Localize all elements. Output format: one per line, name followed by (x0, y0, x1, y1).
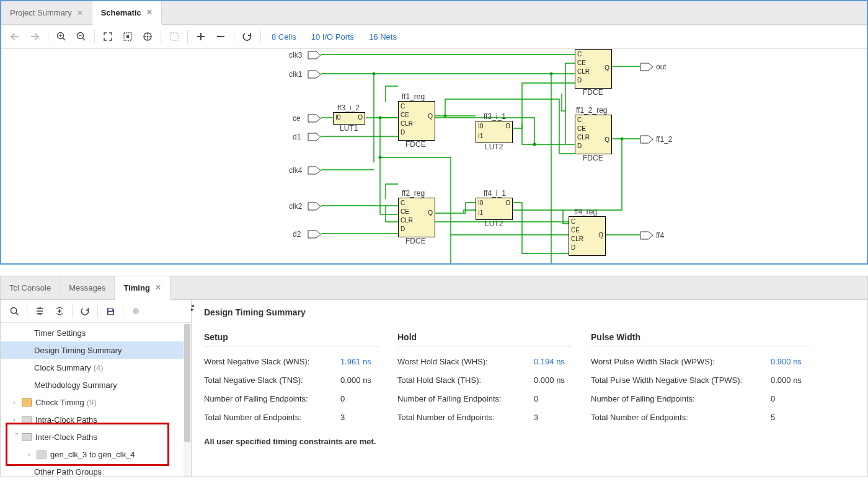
cell-title: ff3_i_1 (484, 112, 506, 121)
tne-value: 3 (340, 408, 379, 427)
zoom-fit-button[interactable] (98, 28, 118, 45)
pin-label: D (577, 77, 582, 84)
pin-label: C (571, 218, 575, 225)
io-ports-link[interactable]: 10 I/O Ports (304, 32, 361, 42)
cells-link[interactable]: 8 Cells (264, 32, 304, 42)
summary-title: Design Timing Summary (204, 307, 855, 317)
collapse-all-button[interactable] (30, 303, 50, 319)
wns-value[interactable]: 1.961 ns (340, 353, 379, 371)
tab-project-summary[interactable]: Project Summary ✕ (1, 1, 92, 24)
svg-point-8 (379, 116, 382, 120)
svg-marker-21 (640, 63, 653, 71)
svg-point-11 (550, 72, 553, 76)
record-button[interactable] (126, 303, 146, 319)
regenerate-button[interactable] (237, 28, 257, 45)
cell-lut2-a[interactable]: I0 I1 O (476, 121, 513, 143)
nfe-label: Number of Failing Endpoints: (591, 390, 771, 408)
timing-sidebar: Timer Settings Design Timing Summary Clo… (1, 300, 192, 477)
chevron-right-icon[interactable]: › (13, 416, 22, 423)
remove-button[interactable] (211, 28, 231, 45)
cell-top-fdce[interactable]: C CE CLR D Q (575, 49, 612, 89)
cell-ff1-2-reg[interactable]: C CE CLR D Q (575, 115, 612, 154)
tree-item-other-path-groups[interactable]: Other Path Groups (1, 463, 191, 477)
svg-marker-19 (308, 203, 321, 210)
hold-column: Hold Worst Hold Slack (WHS):0.194 ns Tot… (397, 332, 572, 427)
tab-label: Schematic (101, 8, 141, 17)
add-button[interactable] (191, 28, 211, 45)
cell-lut2-b[interactable]: I0 I1 O (476, 198, 513, 220)
svg-marker-23 (640, 232, 653, 239)
svg-marker-15 (308, 71, 321, 78)
whs-value[interactable]: 0.194 ns (534, 353, 572, 371)
nav-forward-button[interactable] (25, 28, 45, 45)
cell-title: ff4_reg (574, 208, 597, 216)
nav-back-button[interactable] (5, 28, 25, 45)
port-label: ff1_2 (656, 135, 672, 144)
pin-label: Q (598, 232, 603, 239)
output-port-icon (640, 63, 653, 71)
close-icon[interactable]: ✕ (155, 283, 161, 292)
scrollbar-thumb[interactable] (184, 324, 190, 442)
auto-fit-button[interactable] (138, 28, 157, 45)
tab-messages[interactable]: Messages (60, 276, 115, 299)
svg-rect-25 (108, 308, 112, 310)
zoom-in-button[interactable] (51, 28, 71, 45)
bottom-panel: Tcl Console Messages Timing ✕ (0, 276, 868, 477)
tree-item-design-timing-summary[interactable]: Design Timing Summary (1, 341, 191, 359)
tree-item-clock-summary[interactable]: Clock Summary (4) (1, 359, 191, 376)
whs-label: Worst Hold Slack (WHS): (397, 353, 534, 371)
tab-label: Timing (123, 283, 149, 292)
top-tabstrip: Project Summary ✕ Schematic ✕ (1, 1, 867, 25)
tree-item-inter-clock-paths[interactable]: › Inter-Clock Paths (1, 428, 191, 446)
chevron-right-icon[interactable]: › (28, 450, 37, 458)
tree-label: Inter-Clock Paths (35, 433, 97, 442)
cell-ff4-reg[interactable]: C CE CLR D Q (569, 216, 606, 256)
cell-title: ff2_reg (402, 189, 425, 198)
save-button[interactable] (100, 303, 120, 319)
reload-button[interactable] (75, 303, 95, 319)
timing-summary-content: ◂▸ Design Timing Summary Setup Worst Neg… (192, 300, 867, 477)
pin-label: Q (428, 113, 433, 120)
splitter-handle[interactable]: ◂▸ (191, 304, 194, 311)
scrollbar[interactable] (184, 323, 191, 477)
separator (161, 30, 161, 43)
expand-all-button[interactable] (50, 303, 69, 319)
wpws-label: Worst Pulse Width Slack (WPWS): (591, 353, 771, 371)
close-icon[interactable]: ✕ (146, 8, 153, 17)
tab-schematic[interactable]: Schematic ✕ (92, 1, 162, 25)
constraints-met-note: All user specified timing constraints ar… (204, 437, 855, 446)
port-label: clk1 (289, 70, 302, 79)
pin-label: C (577, 51, 582, 58)
pin-label: I0 (478, 123, 483, 130)
cell-type: FDCE (405, 140, 426, 149)
pin-label: I1 (478, 209, 483, 216)
cell-ff1-reg[interactable]: C CE CLR D Q (398, 101, 435, 141)
schematic-toolbar: 8 Cells 10 I/O Ports 16 Nets (1, 25, 867, 49)
input-port-icon (308, 133, 321, 141)
schematic-canvas[interactable]: clk3 clk1 ce d1 clk4 clk2 d2 out ff1_2 f… (1, 49, 867, 263)
svg-rect-6 (170, 33, 178, 40)
tree-item-genclk3-to-genclk4[interactable]: › gen_clk_3 to gen_clk_4 (1, 446, 191, 463)
tree-item-methodology-summary[interactable]: Methodology Summary (1, 376, 191, 393)
timing-tree[interactable]: Timer Settings Design Timing Summary Clo… (1, 323, 191, 477)
cell-type: LUT1 (340, 124, 358, 133)
cell-type: LUT2 (485, 219, 503, 228)
tree-item-intra-clock-paths[interactable]: › Intra-Clock Paths (1, 411, 191, 428)
cell-lut1[interactable]: I0 O (333, 112, 365, 125)
close-icon[interactable]: ✕ (77, 9, 83, 17)
chevron-down-icon[interactable]: › (14, 433, 21, 441)
nets-link[interactable]: 16 Nets (361, 32, 404, 42)
zoom-to-selection-button[interactable] (118, 28, 138, 45)
search-button[interactable] (4, 303, 24, 319)
zoom-out-button[interactable] (71, 28, 91, 45)
port-label: clk2 (289, 202, 302, 211)
select-area-button[interactable] (164, 28, 184, 45)
tree-item-check-timing[interactable]: › Check Timing (9) (1, 393, 191, 411)
tree-item-timer-settings[interactable]: Timer Settings (1, 324, 191, 341)
tab-timing[interactable]: Timing ✕ (115, 276, 170, 300)
tab-tcl-console[interactable]: Tcl Console (1, 276, 60, 299)
cell-ff2-reg[interactable]: C CE CLR D Q (398, 198, 435, 237)
chevron-right-icon[interactable]: › (13, 398, 22, 406)
tree-count: (9) (87, 398, 97, 407)
wpws-value[interactable]: 0.900 ns (771, 353, 809, 371)
